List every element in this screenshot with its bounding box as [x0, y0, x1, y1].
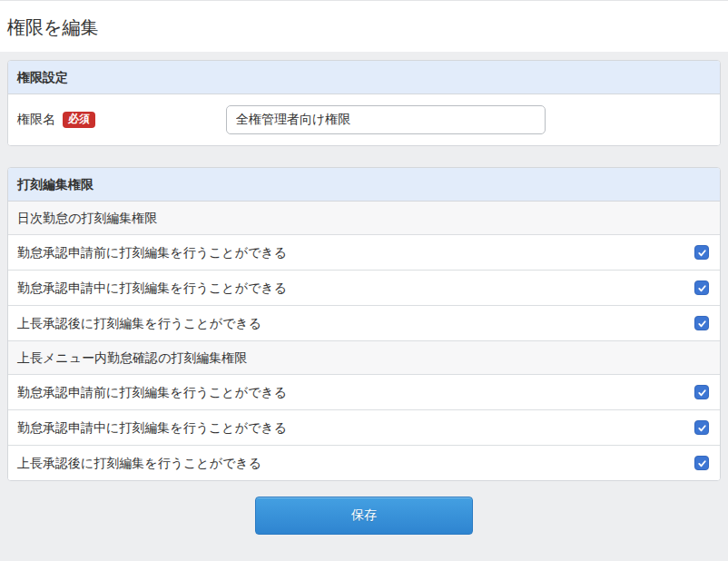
permission-checkbox[interactable]	[694, 420, 709, 435]
page-content: 権限設定 権限名 必須 打刻編集権限 日次勤怠の打刻編集権限勤怠承認申請前に打刻…	[0, 60, 728, 535]
timestamp-edit-panel: 打刻編集権限 日次勤怠の打刻編集権限勤怠承認申請前に打刻編集を行うことができる勤…	[7, 167, 721, 481]
permission-item-label: 上長承認後に打刻編集を行うことができる	[17, 315, 261, 331]
permission-item-label: 上長承認後に打刻編集を行うことができる	[17, 455, 261, 471]
save-button[interactable]: 保存	[255, 497, 473, 535]
permission-name-label-cell: 権限名 必須	[17, 112, 226, 128]
permission-item-label: 勤怠承認申請前に打刻編集を行うことができる	[17, 244, 287, 261]
timestamp-rows-container: 日次勤怠の打刻編集権限勤怠承認申請前に打刻編集を行うことができる勤怠承認申請中に…	[8, 202, 720, 480]
required-badge: 必須	[63, 112, 95, 128]
section-subheader: 上長メニュー内勤怠確認の打刻編集権限	[8, 341, 720, 375]
permission-checkbox[interactable]	[694, 456, 709, 470]
check-icon	[697, 388, 707, 398]
check-icon	[697, 319, 707, 329]
permission-item-row: 勤怠承認申請前に打刻編集を行うことができる	[8, 235, 720, 271]
button-row: 保存	[7, 497, 721, 535]
permission-item-row: 勤怠承認申請中に打刻編集を行うことができる	[8, 271, 720, 306]
permission-item-row: 上長承認後に打刻編集を行うことができる	[8, 306, 720, 341]
permission-checkbox[interactable]	[694, 316, 709, 330]
permission-item-label: 勤怠承認申請前に打刻編集を行うことができる	[17, 384, 287, 400]
check-icon	[697, 283, 707, 293]
permission-item-row: 勤怠承認申請中に打刻編集を行うことができる	[8, 410, 720, 446]
check-icon	[697, 458, 707, 468]
permission-item-row: 勤怠承認申請前に打刻編集を行うことができる	[8, 375, 720, 410]
permission-settings-panel: 権限設定 権限名 必須	[7, 60, 721, 146]
permission-item-label: 勤怠承認申請中に打刻編集を行うことができる	[17, 280, 287, 296]
permission-item-label: 勤怠承認申請中に打刻編集を行うことができる	[17, 419, 287, 436]
permission-name-row: 権限名 必須	[8, 94, 720, 145]
timestamp-panel-header: 打刻編集権限	[8, 168, 720, 202]
permission-edit-page: 権限を編集 権限設定 権限名 必須 打刻編集権限 日次勤怠の打刻編集権限勤怠承認…	[0, 0, 728, 535]
permission-checkbox[interactable]	[694, 245, 709, 260]
permission-name-input[interactable]	[226, 105, 546, 134]
permission-checkbox[interactable]	[694, 385, 709, 399]
check-icon	[697, 423, 707, 433]
page-title: 権限を編集	[7, 15, 721, 40]
check-icon	[697, 248, 707, 258]
permission-name-label: 権限名	[17, 112, 55, 128]
section-subheader: 日次勤怠の打刻編集権限	[8, 202, 720, 235]
settings-panel-header: 権限設定	[8, 61, 720, 94]
permission-checkbox[interactable]	[694, 280, 709, 295]
page-header: 権限を編集	[0, 0, 728, 52]
permission-item-row: 上長承認後に打刻編集を行うことができる	[8, 446, 720, 480]
